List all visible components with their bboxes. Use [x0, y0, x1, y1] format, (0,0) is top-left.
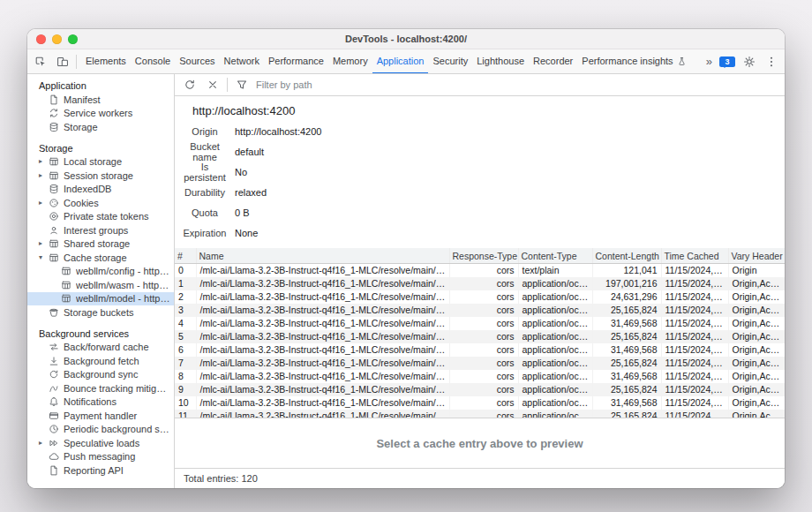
minimize-window-button[interactable] [52, 34, 62, 44]
table-row[interactable]: 5/mlc-ai/Llama-3.2-3B-Instruct-q4f16_1-M… [175, 330, 785, 343]
disclosure-arrow-icon[interactable]: ▸ [39, 240, 49, 247]
tab-performance-insights[interactable]: Performance insights [577, 49, 690, 73]
device-icon [56, 56, 69, 68]
kebab-menu-button[interactable] [761, 52, 782, 71]
sidebar-item-reporting-api[interactable]: Reporting API [27, 463, 174, 478]
close-window-button[interactable] [36, 34, 46, 44]
sidebar-item-private-state-tokens[interactable]: Private state tokens [27, 210, 174, 224]
sidebar-item-back-forward-cache[interactable]: Back/forward cache [27, 341, 174, 355]
cell-content-type: application/oc… [518, 343, 592, 357]
console-messages-badge[interactable]: 3 [719, 56, 735, 67]
tab-console[interactable]: Console [131, 49, 175, 73]
table-row[interactable]: 4/mlc-ai/Llama-3.2-3B-Instruct-q4f16_1-M… [175, 317, 785, 330]
tab-application[interactable]: Application [372, 49, 429, 73]
column-header-vary-header[interactable]: Vary Header [728, 248, 785, 264]
sidebar-item-interest-groups[interactable]: Interest groups [27, 223, 174, 237]
tab-network[interactable]: Network [220, 49, 264, 73]
bell-icon [49, 396, 59, 407]
delete-selected-button[interactable] [202, 76, 223, 94]
kebab-icon [765, 56, 778, 68]
column-header-content-length[interactable]: Content-Length [592, 248, 661, 264]
disclosure-arrow-icon[interactable]: ▸ [39, 172, 49, 179]
column-header-response-type[interactable]: Response-Type [449, 248, 518, 264]
disclosure-arrow-icon[interactable]: ▸ [39, 200, 49, 207]
more-tabs-icon[interactable]: » [703, 55, 716, 68]
meta-label: Is persistent [182, 162, 228, 183]
cell-: 0 [175, 264, 196, 278]
sidebar-item-cache-storage[interactable]: ▾Cache storage [27, 251, 174, 265]
cell-content-type: application/oc… [518, 277, 592, 290]
sidebar-item-background-fetch[interactable]: Background fetch [27, 354, 174, 368]
sidebar-item-payment-handler[interactable]: Payment handler [27, 409, 174, 423]
sidebar-item-periodic-background-sync[interactable]: Periodic background sync [27, 423, 174, 437]
sidebar-item-service-workers[interactable]: Service workers [27, 107, 174, 121]
cell-content-type: application/oc… [518, 383, 592, 396]
table-row[interactable]: 0/mlc-ai/Llama-3.2-3B-Instruct-q4f16_1-M… [175, 264, 785, 278]
device-toolbar-button[interactable] [52, 52, 73, 71]
sidebar-item-webllm-config-http-loc[interactable]: webllm/config - http://loc… [27, 265, 174, 279]
tab-label: Recorder [533, 56, 573, 66]
table-row[interactable]: 9/mlc-ai/Llama-3.2-3B-Instruct-q4f16_1-M… [175, 383, 785, 396]
tab-performance[interactable]: Performance [264, 49, 328, 73]
sidebar-item-notifications[interactable]: Notifications [27, 395, 174, 410]
sidebar-item-push-messaging[interactable]: Push messaging [27, 450, 174, 464]
disclosure-arrow-icon[interactable]: ▾ [39, 254, 49, 261]
cell-content-type: application/oc… [518, 317, 592, 330]
table-row[interactable]: 11/mlc-ai/Llama-3.2-3B-Instruct-q4f16_1-… [175, 410, 785, 418]
sidebar-item-storage[interactable]: Storage [27, 120, 174, 134]
sidebar-item-manifest[interactable]: Manifest [27, 93, 174, 107]
sidebar-item-cookies[interactable]: ▸Cookies [27, 196, 174, 210]
table-row[interactable]: 2/mlc-ai/Llama-3.2-3B-Instruct-q4f16_1-M… [175, 290, 785, 304]
sidebar-item-label: Background sync [64, 369, 141, 380]
settings-gear-button[interactable] [739, 52, 760, 71]
cell-response-type: cors [449, 343, 518, 357]
tab-recorder[interactable]: Recorder [529, 49, 577, 73]
sidebar-item-indexeddb[interactable]: IndexedDB [27, 183, 174, 197]
bg-sync-icon [49, 369, 59, 380]
disclosure-arrow-icon[interactable]: ▸ [39, 158, 49, 165]
sidebar-item-label: Private state tokens [64, 211, 153, 222]
traffic-lights [27, 34, 78, 44]
sidebar-section-title: Application [27, 79, 174, 93]
tab-elements[interactable]: Elements [81, 49, 131, 73]
sidebar-item-webllm-model-http-loc[interactable]: webllm/model - http://loc… [27, 292, 174, 306]
table-icon [61, 293, 71, 304]
tab-lighthouse[interactable]: Lighthouse [472, 49, 529, 73]
disclosure-arrow-icon[interactable]: ▸ [39, 440, 49, 447]
tab-sources[interactable]: Sources [175, 49, 219, 73]
column-header-content-type[interactable]: Content-Type [518, 248, 592, 264]
table-row[interactable]: 1/mlc-ai/Llama-3.2-3B-Instruct-q4f16_1-M… [175, 277, 785, 290]
table-row[interactable]: 6/mlc-ai/Llama-3.2-3B-Instruct-q4f16_1-M… [175, 343, 785, 357]
zoom-window-button[interactable] [68, 34, 78, 44]
table-row[interactable]: 10/mlc-ai/Llama-3.2-3B-Instruct-q4f16_1-… [175, 396, 785, 410]
sidebar-item-label: Background fetch [64, 356, 143, 366]
sidebar-item-speculative-loads[interactable]: ▸Speculative loads [27, 436, 174, 450]
cell-content-length: 25,165,824 [592, 357, 661, 370]
column-header-[interactable]: # [175, 248, 196, 264]
sidebar-item-storage-buckets[interactable]: Storage buckets [27, 305, 174, 320]
meta-label: Expiration [182, 228, 228, 238]
sidebar-item-shared-storage[interactable]: ▸Shared storage [27, 237, 174, 252]
column-header-time-cached[interactable]: Time Cached [661, 248, 728, 264]
sidebar-item-bounce-tracking-mitigations[interactable]: Bounce tracking mitigations [27, 381, 174, 395]
cell-vary-header: Origin,Access… [728, 396, 785, 410]
sidebar-item-session-storage[interactable]: ▸Session storage [27, 169, 174, 183]
refresh-button[interactable] [179, 76, 200, 94]
tab-memory[interactable]: Memory [328, 49, 372, 73]
cell-: 7 [175, 357, 196, 370]
inspect-element-button[interactable] [30, 52, 51, 71]
tab-security[interactable]: Security [428, 49, 472, 73]
table-icon [49, 252, 59, 263]
column-header-name[interactable]: Name [196, 248, 449, 264]
meta-label: Origin [182, 126, 228, 137]
sidebar-item-label: Manifest [64, 94, 104, 105]
table-row[interactable]: 3/mlc-ai/Llama-3.2-3B-Instruct-q4f16_1-M… [175, 304, 785, 317]
filter-by-path-input[interactable] [254, 79, 434, 91]
interest-icon [49, 225, 59, 236]
sidebar-item-webllm-wasm-http-loca[interactable]: webllm/wasm - http://loca… [27, 278, 174, 292]
table-row[interactable]: 8/mlc-ai/Llama-3.2-3B-Instruct-q4f16_1-M… [175, 370, 785, 383]
table-row[interactable]: 7/mlc-ai/Llama-3.2-3B-Instruct-q4f16_1-M… [175, 357, 785, 370]
cell-name: /mlc-ai/Llama-3.2-3B-Instruct-q4f16_1-ML… [196, 370, 449, 383]
sidebar-item-background-sync[interactable]: Background sync [27, 368, 174, 382]
sidebar-item-local-storage[interactable]: ▸Local storage [27, 155, 174, 169]
